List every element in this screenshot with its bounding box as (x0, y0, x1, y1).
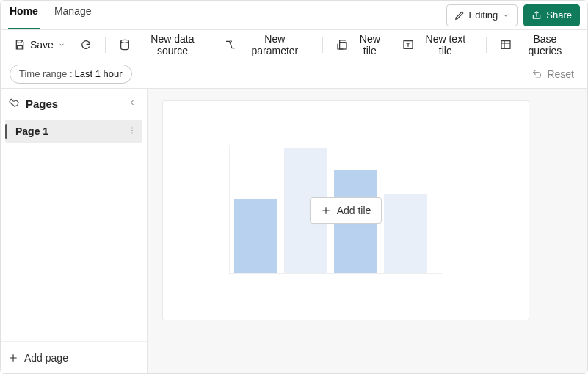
chevron-down-icon (502, 12, 509, 19)
tabs: Home Manage (8, 1, 93, 29)
toolbar: Save New data source New parameter (1, 30, 587, 59)
canvas-area: Add tile (148, 89, 587, 373)
share-button[interactable]: Share (523, 4, 580, 26)
share-icon (531, 10, 542, 21)
editing-label: Editing (469, 10, 498, 21)
base-queries-label: Base queries (516, 33, 574, 56)
pencil-icon (454, 10, 465, 21)
add-page-label: Add page (24, 352, 68, 364)
separator (322, 37, 323, 53)
app-root: Home Manage Editing Share (0, 0, 588, 374)
save-label: Save (30, 39, 54, 51)
save-icon (14, 39, 26, 51)
body: Pages Page 1 Add page (1, 89, 587, 373)
page-item-more-button[interactable] (128, 125, 137, 138)
add-page-button[interactable]: Add page (8, 352, 68, 364)
undo-icon (531, 68, 542, 79)
svg-point-6 (131, 132, 133, 133)
sidebar-title: Pages (26, 98, 119, 110)
new-data-source-button[interactable]: New data source (113, 34, 216, 56)
svg-point-4 (131, 127, 133, 128)
refresh-button[interactable] (74, 34, 98, 56)
tab-manage[interactable]: Manage (53, 0, 93, 29)
svg-rect-3 (501, 40, 510, 48)
page-item[interactable]: Page 1 (5, 120, 142, 143)
placeholder-bar (234, 199, 277, 273)
time-range-value: Last 1 hour (75, 68, 123, 79)
reset-button[interactable]: Reset (527, 65, 578, 83)
refresh-icon (80, 39, 92, 51)
pages-icon (8, 98, 20, 109)
add-tile-label: Add tile (337, 205, 371, 216)
page-list: Page 1 (1, 118, 147, 341)
chevron-down-icon (58, 41, 65, 48)
parameter-icon (225, 39, 236, 51)
new-tile-button[interactable]: New tile (330, 34, 393, 56)
filter-bar: Time range : Last 1 hour Reset (1, 59, 587, 89)
plus-icon (8, 353, 18, 363)
page-item-label: Page 1 (15, 125, 128, 137)
new-text-tile-label: New text tile (418, 33, 473, 56)
save-button[interactable]: Save (8, 34, 71, 56)
new-parameter-button[interactable]: New parameter (219, 34, 315, 56)
tab-bar: Home Manage Editing Share (1, 1, 587, 30)
time-range-pill[interactable]: Time range : Last 1 hour (10, 65, 132, 84)
share-label: Share (546, 10, 572, 21)
sidebar: Pages Page 1 Add page (1, 89, 148, 373)
top-right-actions: Editing Share (446, 4, 580, 26)
time-range-label: Time range : (19, 68, 73, 79)
sidebar-header: Pages (1, 89, 147, 118)
svg-rect-1 (339, 42, 346, 48)
text-tile-icon (402, 39, 414, 51)
empty-dashboard-canvas: Add tile (162, 100, 529, 320)
queries-icon (500, 39, 512, 51)
reset-label: Reset (547, 68, 574, 80)
new-data-source-label: New data source (135, 33, 210, 56)
new-tile-label: New tile (352, 33, 388, 56)
tab-home[interactable]: Home (8, 0, 40, 29)
separator (486, 37, 487, 53)
base-queries-button[interactable]: Base queries (494, 34, 580, 56)
editing-mode-button[interactable]: Editing (446, 4, 518, 26)
placeholder-bar (384, 194, 427, 273)
database-icon (119, 39, 131, 51)
svg-point-0 (121, 40, 129, 43)
add-tile-button[interactable]: Add tile (310, 197, 382, 224)
svg-point-5 (131, 130, 133, 131)
sidebar-footer: Add page (1, 341, 147, 373)
new-text-tile-button[interactable]: New text tile (396, 34, 479, 56)
separator (105, 37, 106, 53)
new-parameter-label: New parameter (241, 33, 309, 56)
collapse-sidebar-button[interactable] (125, 94, 139, 113)
plus-icon (321, 205, 331, 216)
tile-icon (336, 39, 348, 51)
